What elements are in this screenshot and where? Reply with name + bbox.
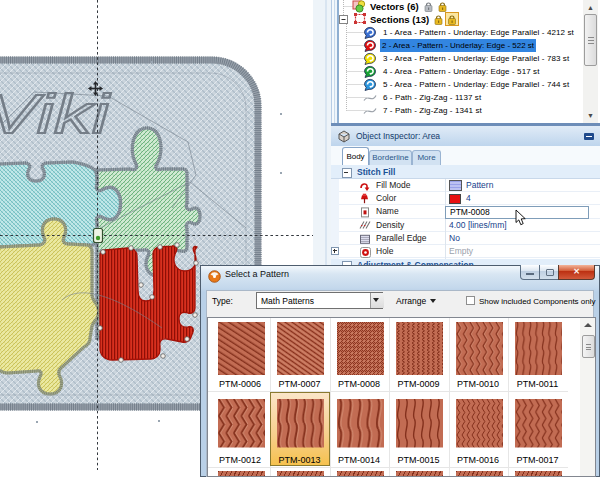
svg-text:Viki: Viki — [0, 82, 111, 145]
